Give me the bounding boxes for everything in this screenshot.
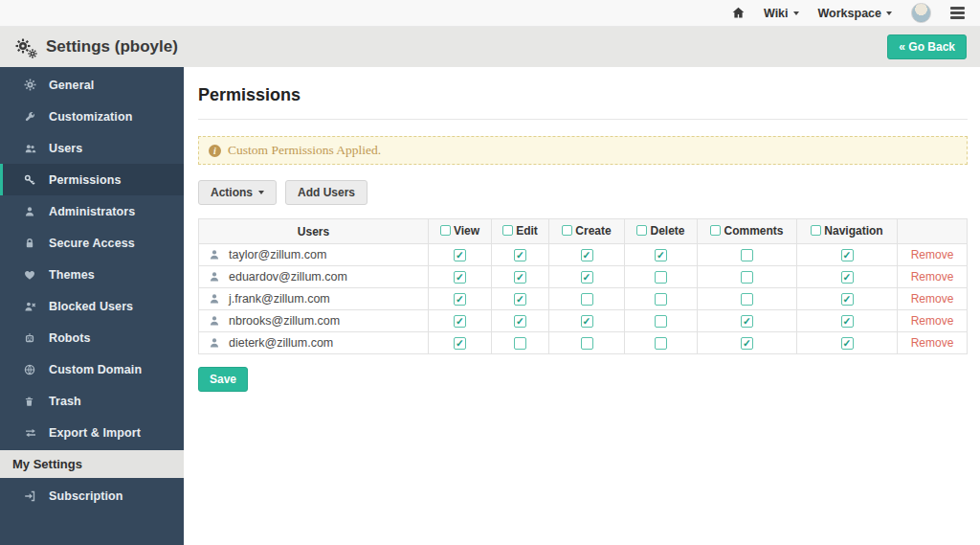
permission-checkbox[interactable]: ✓ [514, 249, 526, 261]
remove-link[interactable]: Remove [911, 336, 954, 350]
permission-checkbox[interactable] [655, 337, 667, 350]
permission-checkbox[interactable] [741, 271, 753, 284]
permission-checkbox[interactable] [655, 315, 667, 328]
permission-checkbox[interactable]: ✓ [841, 293, 854, 306]
permission-checkbox[interactable] [514, 337, 526, 350]
sidebar-item-label: Trash [49, 395, 81, 408]
permission-checkbox[interactable]: ✓ [454, 315, 466, 328]
sidebar-item-my-settings[interactable]: My Settings [0, 450, 184, 478]
remove-cell: Remove [898, 310, 968, 332]
sidebar-item-blocked-users[interactable]: Blocked Users [0, 290, 184, 322]
permission-checkbox[interactable]: ✓ [454, 293, 466, 306]
chevron-down-icon [886, 11, 892, 15]
user-cell: j.frank@zillum.com [199, 288, 429, 310]
permission-cell [549, 288, 625, 310]
permission-checkbox[interactable]: ✓ [741, 337, 753, 350]
table-row: dieterk@zillum.com✓✓✓Remove [199, 332, 968, 354]
permission-checkbox[interactable]: ✓ [581, 249, 593, 261]
permission-checkbox[interactable]: ✓ [581, 271, 593, 284]
permission-checkbox[interactable] [581, 337, 593, 350]
section-title: Permissions [198, 85, 968, 105]
permission-checkbox[interactable]: ✓ [655, 249, 667, 261]
wiki-menu[interactable]: Wiki [764, 7, 799, 20]
robot-icon [24, 332, 37, 344]
permission-checkbox[interactable]: ✓ [514, 293, 526, 306]
sidebar-item-custom-domain[interactable]: Custom Domain [0, 353, 184, 385]
user-email: eduardov@zillum.com [229, 270, 347, 284]
permission-checkbox[interactable]: ✓ [514, 271, 526, 284]
sidebar-item-trash[interactable]: Trash [0, 385, 184, 417]
sidebar-item-users[interactable]: Users [0, 132, 184, 164]
permission-cell: ✓ [797, 310, 898, 332]
save-button[interactable]: Save [198, 367, 248, 392]
column-header-label: Edit [516, 224, 538, 238]
permission-cell: ✓ [549, 310, 625, 332]
add-users-button[interactable]: Add Users [285, 180, 368, 205]
column-header-comments: Comments [698, 219, 797, 244]
column-header-delete: Delete [625, 219, 698, 244]
permission-checkbox[interactable] [655, 271, 667, 284]
permission-checkbox[interactable]: ✓ [741, 315, 753, 328]
permission-checkbox[interactable] [741, 293, 753, 306]
permission-checkbox[interactable] [741, 249, 753, 261]
remove-link[interactable]: Remove [911, 314, 954, 328]
key-icon [24, 174, 37, 186]
topbar: Wiki Workspace [0, 0, 980, 27]
sidebar-item-subscription[interactable]: Subscription [0, 480, 184, 511]
sidebar-item-customization[interactable]: Customization [0, 101, 184, 132]
permission-checkbox[interactable] [655, 293, 667, 306]
workspace-menu[interactable]: Workspace [818, 7, 892, 20]
permission-cell [698, 288, 797, 310]
person-x-icon [24, 301, 37, 312]
select-all-checkbox[interactable] [710, 225, 721, 236]
remove-link[interactable]: Remove [911, 248, 954, 261]
permission-checkbox[interactable]: ✓ [454, 271, 466, 284]
sidebar-item-themes[interactable]: Themes [0, 259, 184, 290]
permission-checkbox[interactable] [581, 293, 593, 306]
select-all-checkbox[interactable] [502, 225, 513, 236]
sidebar-item-robots[interactable]: Robots [0, 322, 184, 353]
remove-link[interactable]: Remove [911, 270, 954, 284]
sidebar-item-export-import[interactable]: Export & Import [0, 417, 184, 448]
permission-cell [492, 332, 549, 354]
permission-cell: ✓ [698, 310, 797, 332]
permission-checkbox[interactable]: ✓ [454, 249, 466, 261]
permission-cell: ✓ [549, 266, 625, 288]
sign-in-icon [24, 490, 37, 502]
menu-icon[interactable] [950, 7, 965, 18]
sidebar-item-label: Robots [49, 331, 91, 345]
sidebar-item-label: Customization [49, 110, 132, 124]
permission-cell [625, 332, 698, 354]
permission-checkbox[interactable]: ✓ [841, 249, 854, 261]
toolbar: Actions Add Users [198, 180, 968, 205]
remove-link[interactable]: Remove [911, 292, 954, 306]
remove-cell: Remove [898, 288, 968, 310]
sidebar-item-permissions[interactable]: Permissions [0, 164, 184, 195]
sidebar-item-general[interactable]: General [0, 69, 184, 101]
permission-cell: ✓ [797, 288, 898, 310]
go-back-button[interactable]: « Go Back [887, 34, 967, 59]
select-all-checkbox[interactable] [636, 225, 647, 236]
permission-checkbox[interactable]: ✓ [454, 337, 466, 350]
actions-button[interactable]: Actions [198, 180, 277, 205]
permission-checkbox[interactable]: ✓ [841, 271, 854, 284]
select-all-checkbox[interactable] [562, 225, 572, 236]
permission-cell: ✓ [429, 310, 492, 332]
user-email: j.frank@zillum.com [229, 292, 330, 306]
sidebar-item-administrators[interactable]: Administrators [0, 195, 184, 227]
select-all-checkbox[interactable] [811, 225, 821, 236]
column-header-view: View [429, 219, 492, 244]
sidebar-item-secure-access[interactable]: Secure Access [0, 227, 184, 259]
user-email: nbrooks@zillum.com [229, 314, 340, 328]
permission-checkbox[interactable]: ✓ [514, 315, 526, 328]
select-all-checkbox[interactable] [440, 225, 451, 236]
permission-checkbox[interactable]: ✓ [581, 315, 593, 328]
home-icon[interactable] [732, 7, 745, 19]
permission-checkbox[interactable]: ✓ [841, 315, 854, 328]
avatar[interactable] [911, 3, 931, 23]
person-icon [209, 271, 220, 283]
column-header-label: View [454, 224, 479, 238]
permission-checkbox[interactable]: ✓ [841, 337, 854, 350]
column-header-remove [898, 219, 968, 244]
notice-text: Custom Permissions Applied. [228, 143, 381, 158]
